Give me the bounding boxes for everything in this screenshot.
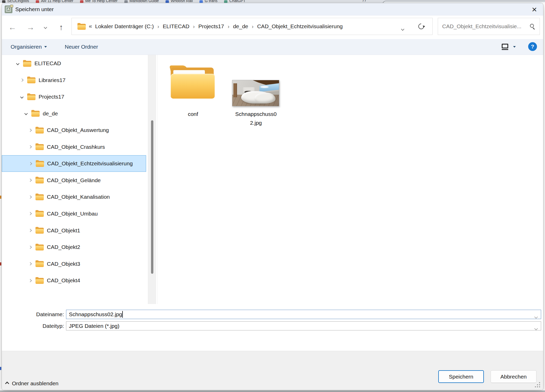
new-folder-label: Neuer Ordner (65, 44, 98, 50)
tree-item[interactable]: CAD_Objekt_Gelände (2, 172, 146, 189)
tree-expander-icon[interactable] (24, 112, 28, 115)
folder-icon (27, 94, 35, 100)
breadcrumb-segment[interactable]: de_de (233, 23, 249, 29)
forward-button[interactable]: → (25, 16, 37, 39)
folder-icon (35, 144, 44, 150)
organize-label: Organisieren (11, 44, 42, 50)
chevron-down-icon[interactable] (535, 313, 537, 319)
tree-item-label: CAD_Objekt_Gelände (47, 177, 101, 183)
folder-icon (77, 23, 86, 30)
scrollbar-thumb[interactable] (151, 120, 153, 274)
file-label[interactable]: conf (171, 110, 215, 119)
favicon (224, 0, 227, 3)
tree-item[interactable]: Libraries17 (2, 72, 146, 88)
breadcrumb-segment[interactable]: CAD_Objekt_Echtzeitvisualisierung (257, 23, 343, 29)
screen: SEOLingoos AR 11 Help Center Me To Help … (0, 0, 545, 392)
filetype-label: Dateityp: (2, 323, 64, 329)
view-mode-button[interactable] (501, 43, 509, 51)
breadcrumb-segment[interactable]: ELITECAD (162, 23, 190, 29)
search-input[interactable]: CAD_Objekt_Echtzeitvisualisie... (442, 18, 528, 35)
tree-expander-icon[interactable] (20, 78, 24, 82)
tree-expander-icon[interactable] (28, 262, 32, 265)
file-item-conf-folder[interactable] (171, 65, 215, 100)
tree-expander-icon[interactable] (28, 195, 32, 199)
tree-item[interactable]: Projects17 (2, 88, 146, 105)
folder-icon (35, 277, 44, 284)
browser-urlbar-edge (382, 1, 545, 3)
bookmark-item[interactable]: Markdown Guide (124, 0, 159, 3)
tree-item-label: CAD_Objekt_Crashkurs (47, 144, 105, 150)
tree-item[interactable]: CAD_Objekt_Auswertung (2, 122, 146, 138)
tree-item[interactable]: CAD_Objekt1 (2, 222, 146, 239)
tree-item[interactable]: CAD_Objekt_Crashkurs (2, 139, 146, 155)
folder-tree: ELITECAD Libraries17 Projects17 de_de CA… (2, 55, 146, 304)
organize-button[interactable]: Organisieren (11, 39, 47, 55)
favicon (124, 0, 128, 3)
help-button[interactable]: ? (528, 42, 537, 51)
pane-divider (157, 55, 157, 304)
tree-item-label: CAD_Objekt_Auswertung (47, 127, 109, 133)
background-artifact (0, 196, 1, 199)
tree-expander-icon[interactable] (29, 162, 32, 165)
hide-folders-button[interactable]: Ordner ausblenden (6, 379, 59, 388)
recent-locations-dropdown[interactable] (40, 16, 51, 39)
background-window-edge (0, 390, 545, 392)
tree-expander-icon[interactable] (28, 229, 32, 232)
tree-expander-icon[interactable] (20, 95, 24, 99)
tree-item[interactable]: CAD_Objekt_Kanalisation (2, 189, 146, 205)
filetype-select[interactable]: JPEG Dateien (*.jpg) (66, 321, 541, 330)
bookmark-item[interactable]: ChatGPT (224, 0, 246, 3)
tree-item-label: Libraries17 (39, 77, 66, 83)
file-label[interactable]: Schnappschuss0 2.jpg (230, 110, 282, 127)
tree-expander-icon[interactable] (28, 212, 32, 216)
chevron-down-icon[interactable] (535, 325, 537, 331)
background-browser-strip: SEOLingoos AR 11 Help Center Me To Help … (0, 0, 545, 3)
address-bar[interactable]: « Lokaler Datenträger (C:)›ELITECAD›Proj… (71, 18, 433, 35)
breadcrumb-segment[interactable]: Projects17 (198, 23, 225, 29)
search-box[interactable]: CAD_Objekt_Echtzeitvisualisie... (438, 18, 540, 35)
cancel-button[interactable]: Abbrechen (491, 370, 536, 383)
tree-expander-icon[interactable] (28, 279, 32, 282)
bookmark-item[interactable]: SEOLingoos (2, 0, 29, 3)
crumb-separator-icon: › (252, 24, 254, 29)
up-button[interactable]: ↑ (55, 16, 67, 39)
tree-expander-icon[interactable] (28, 145, 32, 149)
search-icon (530, 24, 534, 28)
tree-item-label: CAD_Objekt3 (47, 261, 80, 267)
tree-item-label: CAD_Objekt_Kanalisation (47, 194, 110, 200)
resize-grip[interactable] (535, 382, 541, 388)
bookmarks-bar: SEOLingoos AR 11 Help Center Me To Help … (2, 0, 246, 3)
crumb-separator-icon: › (157, 24, 159, 29)
tree-item[interactable]: CAD_Objekt_Umbau (2, 205, 146, 222)
view-dropdown-caret-icon[interactable] (513, 46, 516, 48)
tree-expander-icon[interactable] (28, 129, 32, 132)
file-item-image-thumbnail[interactable] (232, 80, 279, 106)
background-artifact (0, 367, 1, 370)
tree-expander-icon[interactable] (28, 179, 32, 182)
tree-item[interactable]: CAD_Objekt2 (2, 239, 146, 255)
folder-icon (35, 177, 44, 183)
folder-icon (36, 160, 44, 167)
tree-item[interactable]: CAD_Objekt4 (2, 272, 146, 289)
tree-item[interactable]: CAD_Objekt3 (2, 256, 146, 272)
bookmark-item[interactable]: AR 11 Help Center (36, 0, 73, 3)
refresh-icon[interactable] (417, 22, 425, 30)
tree-expander-icon[interactable] (28, 246, 32, 249)
address-dropdown[interactable] (401, 25, 404, 32)
bookmark-item[interactable]: G trans (199, 0, 217, 3)
save-button[interactable]: Speichern (438, 370, 484, 383)
navigation-bar: ← → ↑ « Lokaler Datenträger (C:)›ELITECA… (2, 16, 543, 39)
close-icon[interactable]: × (529, 4, 540, 15)
folder-icon (35, 210, 44, 217)
tree-item[interactable]: ELITECAD (2, 55, 146, 72)
breadcrumb-segment[interactable]: Lokaler Datenträger (C:) (95, 23, 154, 29)
bookmark-item[interactable]: Whoosh Rail (166, 0, 193, 3)
new-folder-button[interactable]: Neuer Ordner (65, 39, 98, 55)
bookmark-item[interactable]: Me To Help Center (80, 0, 118, 3)
tree-item[interactable]: CAD_Objekt_Echtzeitvisualisierung (2, 155, 146, 172)
tree-expander-icon[interactable] (16, 62, 19, 65)
tree-item[interactable]: de_de (2, 105, 146, 122)
tree-scrollbar[interactable] (148, 55, 156, 304)
filename-input[interactable]: Schnappschuss02.jpg (66, 310, 541, 319)
back-button[interactable]: ← (6, 16, 18, 39)
